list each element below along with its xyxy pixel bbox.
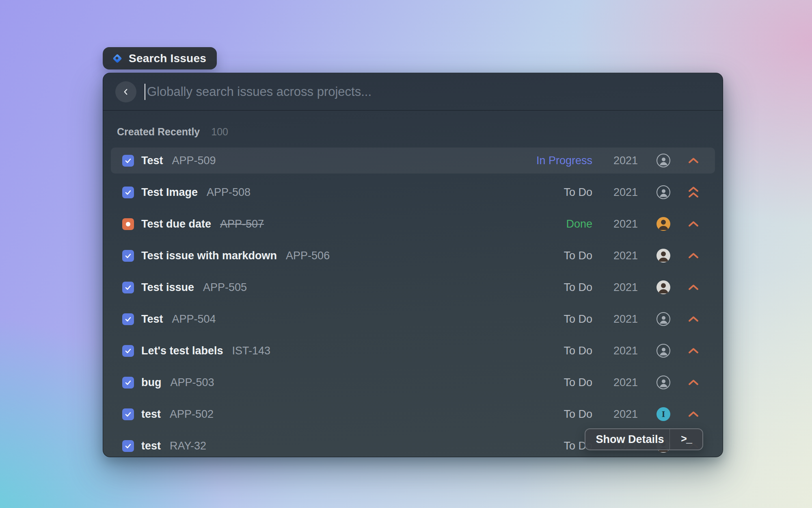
priority-icon xyxy=(687,344,700,358)
issue-title: Let's test labels xyxy=(141,345,223,357)
issue-checkbox[interactable] xyxy=(122,250,134,262)
issue-key: APP-508 xyxy=(207,186,251,199)
chevron-up-icon xyxy=(687,315,700,323)
checkmark-icon xyxy=(124,157,132,165)
issue-status: To Do xyxy=(521,345,592,357)
issue-checkbox[interactable] xyxy=(122,377,134,389)
priority-icon xyxy=(687,217,700,231)
checkmark-icon xyxy=(124,410,132,418)
issue-checkbox[interactable] xyxy=(122,345,134,357)
priority-icon xyxy=(687,407,700,421)
person-icon xyxy=(658,345,669,357)
issue-row[interactable]: Test APP-504 To Do 2021 xyxy=(111,306,715,332)
text-caret xyxy=(145,84,145,100)
issue-checkbox[interactable] xyxy=(122,282,134,293)
checkmark-icon xyxy=(124,379,132,386)
issue-status: To Do xyxy=(521,186,592,199)
assignee-avatar xyxy=(657,249,670,263)
issue-key: APP-503 xyxy=(170,376,214,389)
issue-year: 2021 xyxy=(610,408,638,421)
issue-year: 2021 xyxy=(610,345,638,357)
assignee-avatar xyxy=(657,217,670,231)
issue-checkbox[interactable] xyxy=(122,408,134,420)
issue-year: 2021 xyxy=(610,281,638,294)
issue-year: 2021 xyxy=(610,186,638,199)
issue-row[interactable]: Test issue APP-505 To Do 2021 xyxy=(111,274,715,300)
issue-row[interactable]: Test due date APP-507 Done 2021 xyxy=(111,211,715,237)
issue-title: Test issue with markdown xyxy=(141,250,277,262)
person-icon xyxy=(658,155,669,167)
issue-title: bug xyxy=(141,376,161,389)
show-details-button[interactable]: Show Details xyxy=(585,433,669,446)
chevron-up-icon xyxy=(687,220,700,228)
desktop-background: Search Issues Globally search issues acr… xyxy=(0,0,812,508)
issue-year: 2021 xyxy=(610,313,638,326)
issue-key: APP-507 xyxy=(220,218,264,230)
checkmark-icon xyxy=(124,315,132,323)
chevron-up-icon xyxy=(687,378,700,386)
checkmark-icon xyxy=(124,347,132,355)
person-icon xyxy=(658,377,669,389)
issue-row[interactable]: Test APP-509 In Progress 2021 xyxy=(111,148,715,174)
chevron-left-icon xyxy=(121,87,130,96)
issue-status: To Do xyxy=(521,250,592,262)
issue-key: RAY-32 xyxy=(170,440,206,452)
search-issues-pill[interactable]: Search Issues xyxy=(103,47,217,69)
issue-year: 2021 xyxy=(610,376,638,389)
issue-checkbox[interactable] xyxy=(122,313,134,325)
assignee-avatar xyxy=(657,312,670,326)
person-icon xyxy=(658,313,669,325)
issue-checkbox[interactable] xyxy=(122,218,134,230)
issue-row[interactable]: Let's test labels IST-143 To Do 2021 xyxy=(111,338,715,364)
issue-year: 2021 xyxy=(610,154,638,167)
issue-status: To Do xyxy=(521,376,592,389)
chevron-up-icon xyxy=(687,252,700,260)
issue-year: 2021 xyxy=(610,218,638,230)
checkmark-icon xyxy=(124,252,132,260)
chevron-up-icon xyxy=(687,410,700,418)
issue-status: Done xyxy=(521,218,592,230)
assignee-avatar xyxy=(657,154,670,167)
issue-row[interactable]: bug APP-503 To Do 2021 xyxy=(111,369,715,395)
chevron-up-icon xyxy=(687,156,700,165)
issue-row[interactable]: Test issue with markdown APP-506 To Do 2… xyxy=(111,243,715,269)
issue-status: To Do xyxy=(521,440,592,452)
issue-title: test xyxy=(141,440,161,452)
back-button[interactable] xyxy=(115,81,136,102)
issue-row[interactable]: Test Image APP-508 To Do 2021 xyxy=(111,179,715,205)
issue-title: Test Image xyxy=(141,186,198,199)
priority-icon xyxy=(687,312,700,326)
issue-year: 2021 xyxy=(610,250,638,262)
search-input[interactable]: Globally search issues across projects..… xyxy=(147,85,371,99)
assignee-avatar xyxy=(657,344,670,358)
issue-title: Test xyxy=(141,313,163,326)
jira-icon xyxy=(112,53,123,64)
section-count: 100 xyxy=(211,126,228,138)
search-bar: Globally search issues across projects..… xyxy=(103,73,723,111)
results-section-header: Created Recently 100 xyxy=(117,126,709,138)
assignee-avatar xyxy=(657,376,670,389)
assignee-avatar: I xyxy=(657,407,670,421)
terminal-button[interactable]: >_ xyxy=(670,429,702,449)
issue-checkbox[interactable] xyxy=(122,440,134,452)
priority-icon xyxy=(687,185,700,199)
issue-title: Test xyxy=(141,154,163,167)
issue-row[interactable]: test APP-502 To Do 2021 I xyxy=(111,401,715,427)
search-panel: Globally search issues across projects..… xyxy=(103,73,723,457)
issue-key: IST-143 xyxy=(232,345,271,357)
terminal-icon: >_ xyxy=(681,434,691,445)
priority-icon xyxy=(687,249,700,263)
issue-key: APP-506 xyxy=(286,250,330,262)
issue-checkbox[interactable] xyxy=(122,187,134,198)
checkmark-icon xyxy=(124,284,132,291)
results-list: Test APP-509 In Progress 2021 xyxy=(103,148,723,457)
issue-key: APP-504 xyxy=(172,313,216,326)
issue-key: APP-509 xyxy=(172,154,216,167)
photo-avatar xyxy=(657,249,670,263)
checkmark-icon xyxy=(124,189,132,196)
issue-key: APP-505 xyxy=(203,281,247,294)
issue-checkbox[interactable] xyxy=(122,155,134,167)
assignee-avatar xyxy=(657,280,670,294)
issue-status: In Progress xyxy=(521,154,592,167)
issue-title: Test due date xyxy=(141,218,211,230)
